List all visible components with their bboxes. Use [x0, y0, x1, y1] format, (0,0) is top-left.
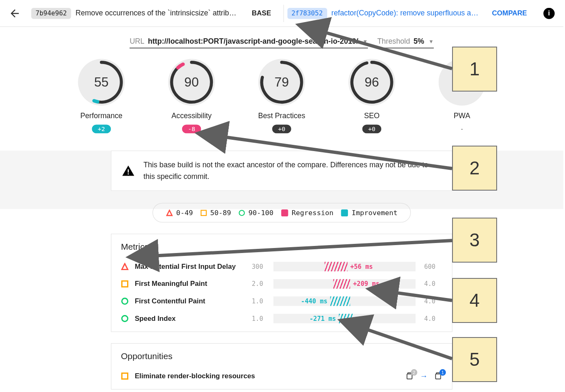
- metrics-heading: Metrics: [121, 242, 442, 252]
- back-arrow-icon[interactable]: [9, 7, 21, 19]
- header-separator: [283, 5, 284, 22]
- metric-range-low: 1.0: [252, 315, 271, 322]
- metric-range-low: 1.0: [252, 298, 271, 305]
- metric-range-high: 600: [418, 263, 436, 270]
- info-icon[interactable]: i: [543, 7, 555, 19]
- improvement-swatch: [341, 209, 348, 216]
- circle-icon: [239, 210, 245, 216]
- metric-name: Speed Index: [135, 315, 252, 323]
- base-report-icon[interactable]: 2: [405, 372, 414, 380]
- gauge-delta: -: [454, 125, 470, 134]
- metrics-panel: Metrics Max Potential First Input Delay …: [111, 234, 452, 332]
- metric-row[interactable]: Max Potential First Input Delay 300 +56 …: [121, 258, 442, 275]
- metric-range-low: 300: [252, 263, 271, 270]
- square-icon: [121, 372, 129, 380]
- metric-name: First Contentful Paint: [135, 297, 252, 305]
- opportunities-heading: Opportunities: [121, 351, 442, 361]
- gauge-best-practices[interactable]: 79Best Practices +0: [251, 59, 312, 133]
- compare-commit[interactable]: 2f783052 refactor(CopyCode): remove supe…: [287, 7, 535, 19]
- gauge-score: 90: [168, 59, 215, 105]
- gauge-label: Accessibility: [172, 112, 212, 120]
- svg-rect-2: [122, 281, 128, 287]
- gauge-label: Performance: [80, 112, 122, 120]
- metric-range-high: 4.0: [418, 315, 436, 322]
- metric-name: First Meaningful Paint: [135, 280, 252, 288]
- triangle-icon: [121, 263, 129, 270]
- gauge-label: Best Practices: [258, 112, 305, 120]
- legend-improvement: Improvement: [341, 208, 398, 217]
- circle-icon: [121, 315, 129, 323]
- compare-hash-chip: 2f783052: [287, 7, 327, 19]
- annotation-2: 2: [452, 146, 497, 191]
- warning-icon: [122, 164, 135, 177]
- annotation-3: 3: [452, 218, 497, 263]
- threshold-label: Threshold: [377, 37, 410, 46]
- metric-row[interactable]: Speed Index 1.0 -271 ms 4.0: [121, 310, 442, 327]
- gauge-delta: +0: [272, 125, 292, 134]
- compare-report-icon[interactable]: 1: [434, 372, 442, 380]
- metric-delta: -271 ms: [310, 315, 336, 322]
- svg-point-3: [122, 298, 128, 304]
- metric-row[interactable]: First Meaningful Paint 2.0 +209 ms 4.0: [121, 275, 442, 293]
- threshold-value: 5%: [413, 37, 424, 46]
- square-icon: [201, 210, 207, 216]
- base-commit[interactable]: 7b94e962 Remove occurrences of the `intr…: [31, 7, 280, 19]
- gauge-accessibility[interactable]: 90Accessibility -8: [161, 59, 222, 133]
- svg-point-4: [122, 315, 128, 321]
- gauge-delta: +0: [362, 125, 382, 134]
- gauge-seo[interactable]: 96SEO +0: [342, 59, 402, 133]
- compare-commit-message: refactor(CopyCode): remove superfluous a…: [331, 9, 487, 17]
- compare-role-label: COMPARE: [492, 9, 527, 17]
- gauge-score: 96: [348, 59, 395, 105]
- square-icon: [121, 280, 129, 288]
- regression-swatch: [281, 209, 288, 216]
- score-legend: 0-49 50-89 90-100 Regression Improvement: [152, 203, 411, 223]
- gauge-delta: -8: [182, 125, 201, 134]
- metric-bar: +56 ms: [273, 262, 415, 271]
- metric-range-high: 4.0: [418, 280, 436, 288]
- arrow-right-icon: →: [420, 372, 428, 381]
- threshold-selector[interactable]: Threshold 5% ▼: [377, 37, 433, 48]
- gauge-performance[interactable]: 55Performance +2: [71, 59, 132, 133]
- metric-delta: +209 ms: [353, 280, 380, 288]
- gauge-score: 55: [78, 59, 125, 105]
- gauge-label: SEO: [364, 112, 380, 120]
- chevron-down-icon: ▼: [428, 39, 433, 45]
- gauge-score: 79: [258, 59, 305, 105]
- gauge-label: PWA: [454, 112, 470, 120]
- annotation-5: 5: [452, 337, 497, 382]
- base-role-label: BASE: [252, 9, 271, 17]
- gauge-delta: +2: [92, 125, 111, 134]
- opportunities-panel: Opportunities Eliminate render-blocking …: [111, 343, 452, 390]
- base-commit-message: Remove occurrences of the `intrinsicsize…: [75, 9, 247, 17]
- opportunity-name: Eliminate render-blocking resources: [135, 372, 405, 380]
- metric-bar: -440 ms: [273, 296, 415, 306]
- svg-rect-6: [407, 374, 412, 379]
- metric-bar: -271 ms: [273, 314, 415, 323]
- legend-average: 50-89: [201, 208, 231, 217]
- svg-rect-1: [128, 173, 129, 174]
- ancestor-warning-card: This base build is not the exact ancesto…: [111, 151, 452, 191]
- chevron-down-icon: ▼: [362, 39, 368, 45]
- comparison-header: 7b94e962 Remove occurrences of the `intr…: [0, 0, 563, 27]
- metric-range-low: 2.0: [252, 280, 271, 288]
- metric-delta: +56 ms: [350, 263, 372, 270]
- legend-regression: Regression: [281, 208, 333, 217]
- metric-name: Max Potential First Input Delay: [135, 263, 252, 270]
- legend-pass: 90-100: [239, 208, 273, 217]
- svg-rect-7: [435, 374, 440, 379]
- metric-bar: +209 ms: [273, 279, 415, 289]
- metric-range-high: 4.0: [418, 298, 436, 305]
- svg-rect-5: [122, 373, 128, 379]
- triangle-icon: [166, 209, 173, 216]
- metric-row[interactable]: First Contentful Paint 1.0 -440 ms 4.0: [121, 293, 442, 310]
- url-label: URL: [130, 37, 144, 46]
- url-value: http://localhost:PORT/javascript-and-goo…: [148, 37, 358, 46]
- svg-rect-0: [128, 169, 129, 172]
- annotation-4: 4: [452, 278, 497, 323]
- base-hash-chip: 7b94e962: [31, 7, 71, 19]
- warning-text: This base build is not the exact ancesto…: [143, 160, 442, 182]
- circle-icon: [121, 297, 129, 305]
- url-selector[interactable]: URL http://localhost:PORT/javascript-and…: [130, 37, 368, 48]
- opportunity-row[interactable]: Eliminate render-blocking resources 2 → …: [121, 367, 442, 385]
